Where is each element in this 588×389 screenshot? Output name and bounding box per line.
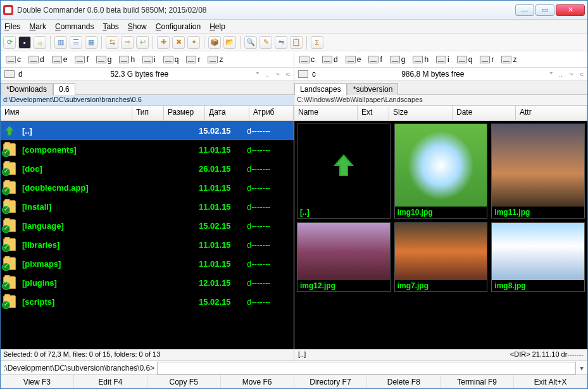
drive-icon[interactable] <box>298 70 308 78</box>
thumbnail[interactable]: img10.jpg <box>394 124 488 219</box>
tab[interactable]: Landscapes <box>294 83 347 95</box>
col-size[interactable]: Size <box>389 106 453 120</box>
drive-button-q[interactable]: q <box>161 54 182 65</box>
col-size[interactable]: Размер <box>164 106 205 120</box>
menu-show[interactable]: Show <box>128 22 147 31</box>
fn-button[interactable]: Directory F7 <box>294 375 368 388</box>
select-all-icon[interactable]: ✚ <box>157 36 170 49</box>
calc-space-icon[interactable]: Σ <box>311 36 323 49</box>
left-file-list[interactable]: [..]15.02.15d-------[components]11.01.15… <box>1 121 294 349</box>
file-row[interactable]: [doublecmd.app]11.01.15d------- <box>1 178 294 197</box>
pack-icon[interactable]: 📦 <box>208 36 221 49</box>
thumbnail[interactable]: img8.jpg <box>491 222 585 292</box>
multirename-icon[interactable]: ✎ <box>260 36 272 49</box>
root-icon[interactable]: .. <box>559 70 563 78</box>
drive-button-f[interactable]: f <box>72 54 91 65</box>
tab[interactable]: 0.6 <box>53 83 75 95</box>
history-icon[interactable]: < <box>580 70 584 78</box>
menu-help[interactable]: Help <box>210 22 225 31</box>
col-type[interactable]: Тип <box>132 106 164 120</box>
copy-name-icon[interactable]: 📋 <box>290 36 303 49</box>
unselect-icon[interactable]: ✖ <box>172 36 185 49</box>
drive-button-c[interactable]: c <box>297 54 317 65</box>
list-view-icon[interactable]: ☰ <box>70 36 82 49</box>
drive-button-z[interactable]: z <box>499 54 519 65</box>
thumbnail[interactable]: img11.jpg <box>491 124 585 219</box>
drive-button-z[interactable]: z <box>205 54 225 65</box>
drive-button-i[interactable]: i <box>434 54 452 65</box>
drive-button-g[interactable]: g <box>387 54 408 65</box>
drive-icon[interactable] <box>4 70 15 78</box>
tab[interactable]: *Downloads <box>1 83 53 95</box>
unpack-icon[interactable]: 📂 <box>223 36 236 49</box>
maximize-button[interactable]: ▭ <box>535 4 554 16</box>
menu-mark[interactable]: Mark <box>29 22 46 31</box>
fn-button[interactable]: Copy F5 <box>147 375 221 388</box>
drive-button-q[interactable]: q <box>454 54 475 65</box>
file-row[interactable]: [install]11.01.15d------- <box>1 197 294 216</box>
file-row[interactable]: [components]11.01.15d------- <box>1 140 294 159</box>
home-icon[interactable]: ~ <box>275 70 279 78</box>
file-row[interactable]: [doc]26.01.15d------- <box>1 159 294 178</box>
minimize-button[interactable]: — <box>515 4 534 16</box>
terminal-icon[interactable]: ▪ <box>18 36 31 49</box>
menu-commands[interactable]: Commands <box>55 22 94 31</box>
home-icon[interactable]: ~ <box>569 70 573 78</box>
menu-configuration[interactable]: Configuration <box>156 22 201 31</box>
fn-button[interactable]: Delete F8 <box>367 375 441 388</box>
close-button[interactable]: ✕ <box>556 4 585 16</box>
drive-button-g[interactable]: g <box>94 54 115 65</box>
drive-button-f[interactable]: f <box>366 54 384 65</box>
fn-button[interactable]: Exit Alt+X <box>514 375 587 388</box>
drive-button-r[interactable]: r <box>184 54 203 65</box>
col-ext[interactable]: Ext <box>358 106 389 120</box>
fn-button[interactable]: View F3 <box>1 375 74 388</box>
thumbnail[interactable]: img7.jpg <box>394 222 488 292</box>
history-icon[interactable]: < <box>286 70 290 78</box>
invert-sel-icon[interactable]: ✦ <box>187 36 200 49</box>
thumb-view-icon[interactable]: ▦ <box>85 36 97 49</box>
file-row[interactable]: [libraries]11.01.15d------- <box>1 235 294 254</box>
tab[interactable]: *subversion <box>347 83 399 95</box>
file-row[interactable]: [pixmaps]11.01.15d------- <box>1 254 294 273</box>
left-path[interactable]: d:\Development\DC\subversion\branches\0.… <box>1 94 294 106</box>
col-date[interactable]: Date <box>453 106 516 120</box>
swap-panels-icon[interactable]: ⇆ <box>106 36 118 49</box>
brief-view-icon[interactable]: ▥ <box>54 36 67 49</box>
favorites-icon[interactable]: * <box>256 70 259 78</box>
thumbnail[interactable]: [..] <box>297 124 391 219</box>
right-thumb-view[interactable]: [..]img10.jpgimg11.jpg img12.jpgimg7.jpg… <box>294 121 587 349</box>
file-row[interactable]: [..]15.02.15d------- <box>1 121 294 140</box>
go-back-icon[interactable]: ↩ <box>136 36 149 49</box>
drive-button-d[interactable]: d <box>320 54 341 65</box>
sync-dirs-icon[interactable]: ⇋ <box>275 36 287 49</box>
file-row[interactable]: [scripts]15.02.15d------- <box>1 292 294 311</box>
fn-button[interactable]: Edit F4 <box>74 375 147 388</box>
thumbnail[interactable]: img12.jpg <box>297 222 391 292</box>
drive-button-d[interactable]: d <box>26 54 47 65</box>
file-row[interactable]: [language]15.02.15d------- <box>1 216 294 235</box>
search-icon[interactable]: 🔍 <box>244 36 257 49</box>
col-attr[interactable]: Attr <box>516 106 587 120</box>
col-date[interactable]: Дата <box>205 106 249 120</box>
menu-tabs[interactable]: Tabs <box>103 22 118 31</box>
col-name[interactable]: Name <box>294 106 358 120</box>
drive-button-h[interactable]: h <box>410 54 431 65</box>
file-row[interactable]: [plugins]12.01.15d------- <box>1 273 294 292</box>
drive-button-c[interactable]: c <box>3 54 23 65</box>
fn-button[interactable]: Move F6 <box>221 375 294 388</box>
drive-button-r[interactable]: r <box>477 54 496 65</box>
command-input[interactable] <box>157 362 576 374</box>
drive-button-e[interactable]: e <box>49 54 70 65</box>
drive-button-i[interactable]: i <box>140 54 158 65</box>
target-equal-source-icon[interactable]: ⇨ <box>121 36 134 49</box>
menu-files[interactable]: Files <box>4 22 20 31</box>
fn-button[interactable]: Terminal F9 <box>441 375 514 388</box>
drive-button-e[interactable]: e <box>343 54 364 65</box>
favorites-icon[interactable]: * <box>550 70 553 78</box>
col-attr[interactable]: Атриб <box>249 106 294 120</box>
command-dropdown-icon[interactable]: ▾ <box>576 364 587 373</box>
drive-button-h[interactable]: h <box>116 54 137 65</box>
options-icon[interactable]: ☼ <box>34 36 46 49</box>
col-name[interactable]: Имя <box>1 106 132 120</box>
